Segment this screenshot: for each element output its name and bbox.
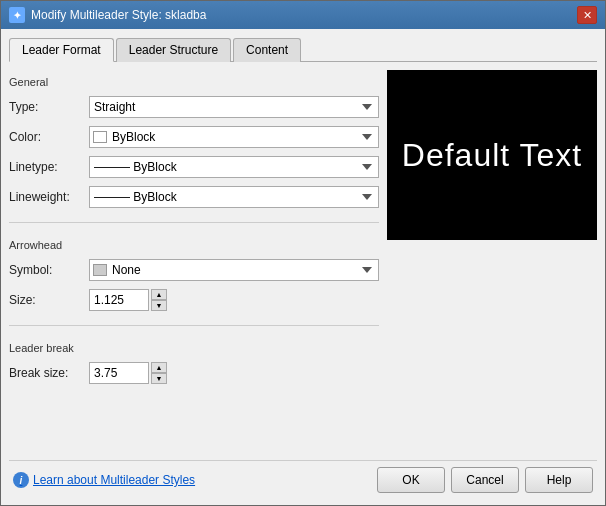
type-row: Type: Straight Spline None	[9, 96, 379, 118]
tab-leader-format[interactable]: Leader Format	[9, 38, 114, 62]
break-size-control: 3.75 ▲ ▼	[89, 362, 379, 384]
main-window: ✦ Modify Multileader Style: skladba ✕ Le…	[0, 0, 606, 506]
size-input[interactable]: 1.125	[89, 289, 149, 311]
divider-2	[9, 325, 379, 326]
learn-link[interactable]: i Learn about Multileader Styles	[13, 472, 195, 488]
info-icon: i	[13, 472, 29, 488]
tab-leader-structure[interactable]: Leader Structure	[116, 38, 231, 62]
linetype-label: Linetype:	[9, 160, 89, 174]
title-bar-left: ✦ Modify Multileader Style: skladba	[9, 7, 206, 23]
symbol-select[interactable]: None Closed Filled Dot Arrow	[89, 259, 379, 281]
help-button[interactable]: Help	[525, 467, 593, 493]
size-control: 1.125 ▲ ▼	[89, 289, 379, 311]
size-spinner: 1.125 ▲ ▼	[89, 289, 379, 311]
type-label: Type:	[9, 100, 89, 114]
color-control: ByBlock ByLayer Red Yellow	[89, 126, 379, 148]
left-panel: General Type: Straight Spline None Color…	[9, 70, 379, 452]
window-title: Modify Multileader Style: skladba	[31, 8, 206, 22]
size-row: Size: 1.125 ▲ ▼	[9, 289, 379, 311]
break-size-increment-button[interactable]: ▲	[151, 362, 167, 373]
bottom-bar: i Learn about Multileader Styles OK Canc…	[9, 460, 597, 497]
lineweight-control: ——— ByBlock ——— ByLayer	[89, 186, 379, 208]
arrowhead-section-label: Arrowhead	[9, 239, 379, 251]
app-icon: ✦	[9, 7, 25, 23]
lineweight-select[interactable]: ——— ByBlock ——— ByLayer	[89, 186, 379, 208]
preview-box: Default Text	[387, 70, 597, 240]
linetype-select[interactable]: ——— ByBlock ——— ByLayer	[89, 156, 379, 178]
break-size-decrement-button[interactable]: ▼	[151, 373, 167, 384]
size-label: Size:	[9, 293, 89, 307]
break-size-row: Break size: 3.75 ▲ ▼	[9, 362, 379, 384]
break-size-spinner-buttons: ▲ ▼	[151, 362, 167, 384]
learn-link-text: Learn about Multileader Styles	[33, 473, 195, 487]
break-size-label: Break size:	[9, 366, 89, 380]
button-group: OK Cancel Help	[377, 467, 593, 493]
window-body: Leader Format Leader Structure Content G…	[1, 29, 605, 505]
type-select[interactable]: Straight Spline None	[89, 96, 379, 118]
leader-break-section-label: Leader break	[9, 342, 379, 354]
ok-button[interactable]: OK	[377, 467, 445, 493]
preview-text: Default Text	[402, 137, 582, 174]
tab-bar: Leader Format Leader Structure Content	[9, 37, 597, 62]
color-select[interactable]: ByBlock ByLayer Red Yellow	[89, 126, 379, 148]
type-control: Straight Spline None	[89, 96, 379, 118]
color-select-wrapper: ByBlock ByLayer Red Yellow	[89, 126, 379, 148]
break-size-input[interactable]: 3.75	[89, 362, 149, 384]
content-area: General Type: Straight Spline None Color…	[9, 70, 597, 452]
size-decrement-button[interactable]: ▼	[151, 300, 167, 311]
divider-1	[9, 222, 379, 223]
general-section-label: General	[9, 76, 379, 88]
cancel-button[interactable]: Cancel	[451, 467, 519, 493]
break-size-spinner: 3.75 ▲ ▼	[89, 362, 379, 384]
color-row: Color: ByBlock ByLayer Red Yellow	[9, 126, 379, 148]
symbol-control: None Closed Filled Dot Arrow	[89, 259, 379, 281]
size-spinner-buttons: ▲ ▼	[151, 289, 167, 311]
close-button[interactable]: ✕	[577, 6, 597, 24]
title-bar: ✦ Modify Multileader Style: skladba ✕	[1, 1, 605, 29]
symbol-select-wrapper: None Closed Filled Dot Arrow	[89, 259, 379, 281]
lineweight-row: Lineweight: ——— ByBlock ——— ByLayer	[9, 186, 379, 208]
tab-content[interactable]: Content	[233, 38, 301, 62]
linetype-control: ——— ByBlock ——— ByLayer	[89, 156, 379, 178]
color-label: Color:	[9, 130, 89, 144]
size-increment-button[interactable]: ▲	[151, 289, 167, 300]
lineweight-label: Lineweight:	[9, 190, 89, 204]
right-panel: Default Text	[387, 70, 597, 452]
linetype-row: Linetype: ——— ByBlock ——— ByLayer	[9, 156, 379, 178]
symbol-row: Symbol: None Closed Filled Dot Arrow	[9, 259, 379, 281]
symbol-label: Symbol:	[9, 263, 89, 277]
